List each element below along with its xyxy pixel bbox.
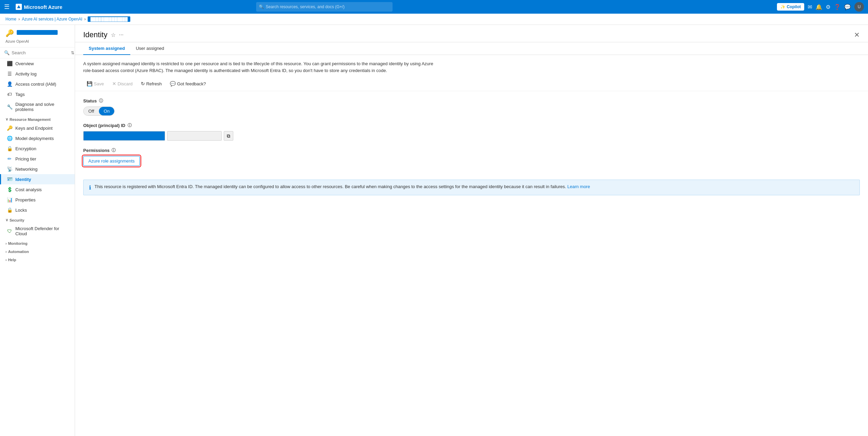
model-deployments-icon: 🌐 [6,136,13,141]
global-search-input[interactable] [256,2,393,12]
save-label: Save [94,81,104,86]
section-monitoring[interactable]: › Monitoring [0,239,75,247]
tab-user-assigned[interactable]: User assigned [130,42,170,55]
azure-logo [16,4,22,10]
toggle-off[interactable]: Off [84,107,99,115]
sidebar-item-model-deployments[interactable]: 🌐 Model deployments [0,133,75,143]
filter-icon[interactable]: ⇅ [71,51,74,55]
sidebar-item-tags-label: Tags [15,92,25,97]
sidebar-item-locks-label: Locks [15,208,27,213]
feedback-label: Got feedback? [177,81,206,86]
sidebar-item-tags[interactable]: 🏷 Tags [0,89,75,99]
permissions-section: Permissions ⓘ Azure role assignments [83,147,860,166]
resource-icon: 🔑 [5,29,14,37]
bell-icon[interactable]: 🔔 [815,4,822,10]
sidebar-resource-type: Azure OpenAI [5,39,29,43]
cost-analysis-icon: 💲 [6,187,13,192]
object-id-field: Object (principal) ID ⓘ ⧉ [83,123,860,141]
sidebar-item-pricing-tier[interactable]: ✏ Pricing tier [0,154,75,164]
avatar[interactable]: U [854,2,864,12]
favorite-button[interactable]: ☆ [111,32,116,38]
help-icon[interactable]: ❓ [834,4,841,10]
sidebar-item-identity[interactable]: 🪪 Identity [0,174,75,184]
refresh-label: Refresh [146,81,162,86]
toggle-on[interactable]: On [99,107,114,115]
sidebar-filter-icons: ⇅ ‹ [71,51,75,55]
save-icon: 💾 [87,81,92,86]
sidebar-item-networking[interactable]: 📡 Networking [0,164,75,174]
sidebar-item-diagnose[interactable]: 🔧 Diagnose and solve problems [0,99,75,114]
toolbar: 💾 Save ✕ Discard ↻ Refresh 💬 Got feedbac… [75,76,868,91]
feedback-icon: 💬 [170,81,176,86]
status-field: Status ⓘ Off On [83,98,860,116]
section-chevron-monitoring: › [5,241,7,245]
refresh-button[interactable]: ↻ Refresh [137,79,165,88]
tabs-container: System assigned User assigned [75,42,868,55]
sidebar-item-pricing-tier-label: Pricing tier [15,156,36,161]
feedback-nav-icon[interactable]: 💬 [844,4,851,10]
defender-icon: 🛡 [6,228,13,234]
tab-system-assigned[interactable]: System assigned [83,42,130,55]
breadcrumb-ai-services[interactable]: Azure AI services | Azure OpenAI [22,17,82,22]
section-automation[interactable]: › Automation [0,247,75,255]
sidebar-item-cost-analysis[interactable]: 💲 Cost analysis [0,184,75,195]
permissions-info-icon[interactable]: ⓘ [112,147,116,153]
azure-role-assignments-button[interactable]: Azure role assignments [83,156,140,166]
sidebar-item-diagnose-label: Diagnose and solve problems [15,102,69,112]
networking-icon: 📡 [6,166,13,172]
sidebar-search-container: 🔍 ⇅ ‹ [0,47,75,58]
email-icon[interactable]: ✉ [808,4,812,10]
top-navigation: ☰ Microsoft Azure 🔍 ✨ Copilot ✉ 🔔 ⚙ ❓ 💬 … [0,0,868,14]
object-id-value-rest [167,131,222,141]
status-label-text: Status [83,98,97,103]
properties-icon: 📊 [6,197,13,202]
sidebar-item-keys-endpoint[interactable]: 🔑 Keys and Endpoint [0,123,75,133]
sidebar-item-defender-label: Microsoft Defender for Cloud [15,226,69,236]
section-label-help: Help [8,258,16,262]
top-nav-right: ✨ Copilot ✉ 🔔 ⚙ ❓ 💬 U [777,2,864,12]
content-area: Identity ☆ ··· ✕ System assigned User as… [75,25,868,436]
content-body: System assigned User assigned A system a… [75,42,868,436]
status-toggle[interactable]: Off On [83,107,115,116]
sidebar-item-overview-label: Overview [15,61,34,66]
breadcrumb-home[interactable]: Home [5,17,16,22]
sidebar-search-input[interactable] [12,50,69,55]
sidebar-item-defender[interactable]: 🛡 Microsoft Defender for Cloud [0,224,75,239]
copilot-icon: ✨ [780,4,785,9]
sidebar-item-activity-log[interactable]: ☰ Activity log [0,69,75,79]
section-help[interactable]: › Help [0,255,75,263]
sidebar-item-overview[interactable]: ⬛ Overview [0,58,75,69]
brand-name: Microsoft Azure [24,4,62,10]
copy-object-id-button[interactable]: ⧉ [224,131,233,141]
hamburger-menu[interactable]: ☰ [4,3,10,11]
breadcrumb-resource: ██████████████ [88,16,130,22]
identity-icon: 🪪 [6,177,13,182]
feedback-button[interactable]: 💬 Got feedback? [166,79,209,88]
sidebar-item-access-control-label: Access control (IAM) [15,82,56,87]
sidebar-item-locks[interactable]: 🔒 Locks [0,205,75,215]
sidebar: 🔑 Azure OpenAI 🔍 ⇅ ‹ ⬛ Overview ☰ Activi… [0,25,75,436]
discard-button[interactable]: ✕ Discard [109,79,136,88]
more-options-button[interactable]: ··· [119,32,123,38]
sidebar-item-properties[interactable]: 📊 Properties [0,195,75,205]
main-layout: 🔑 Azure OpenAI 🔍 ⇅ ‹ ⬛ Overview ☰ Activi… [0,25,868,436]
status-info-icon[interactable]: ⓘ [99,98,103,104]
svg-marker-0 [17,5,20,8]
access-control-icon: 👤 [6,81,13,87]
close-button[interactable]: ✕ [854,31,860,39]
sidebar-item-model-deployments-label: Model deployments [15,136,54,141]
sidebar-item-encryption[interactable]: 🔒 Encryption [0,143,75,154]
section-resource-management[interactable]: ∨ Resource Management [0,114,75,123]
info-banner-icon: ℹ [89,184,91,191]
copilot-button[interactable]: ✨ Copilot [777,3,804,11]
section-label-rm: Resource Management [10,117,50,122]
object-id-info-icon[interactable]: ⓘ [128,123,132,128]
overview-icon: ⬛ [6,61,13,66]
learn-more-link[interactable]: Learn more [567,184,590,189]
save-button[interactable]: 💾 Save [83,79,107,88]
global-search-bar: 🔍 [256,2,393,12]
activity-log-icon: ☰ [6,71,13,76]
sidebar-item-access-control[interactable]: 👤 Access control (IAM) [0,79,75,89]
settings-icon[interactable]: ⚙ [826,4,830,10]
section-security[interactable]: ∨ Security [0,215,75,224]
